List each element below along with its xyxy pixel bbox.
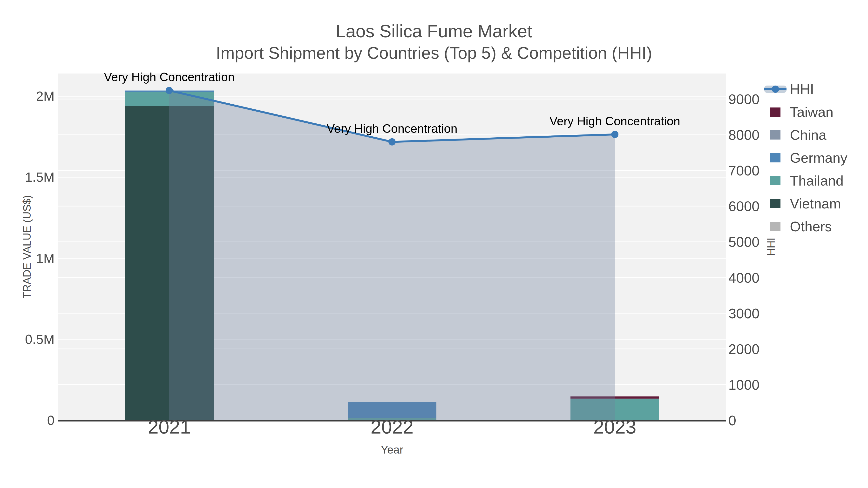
legend-label: Thailand xyxy=(790,172,843,189)
legend: HHITaiwanChinaGermanyThailandVietnamOthe… xyxy=(762,77,847,238)
hhi-point-2023[interactable] xyxy=(611,131,618,138)
y-right-tick-label: 1000 xyxy=(728,377,760,393)
y-left-tick-label: 0.5M xyxy=(0,332,55,347)
y-right-tick-label: 5000 xyxy=(728,234,760,250)
x-tick-label: 2022 xyxy=(371,416,413,438)
legend-label: Taiwan xyxy=(790,104,834,120)
annotation-label: Very High Concentration xyxy=(550,114,680,128)
y-right-tick-label: 7000 xyxy=(728,162,760,178)
taiwan-swatch-icon xyxy=(762,107,789,117)
annotation-label: Very High Concentration xyxy=(104,70,235,84)
others-swatch-icon xyxy=(762,222,789,231)
hhi-point-2022[interactable] xyxy=(389,138,396,145)
legend-label: Germany xyxy=(790,150,847,166)
legend-label: Vietnam xyxy=(790,195,841,212)
legend-label: China xyxy=(790,127,827,143)
y-axis-left-title: TRADE VALUE (US$) xyxy=(21,195,33,299)
china-swatch-icon xyxy=(762,130,789,139)
figure: Laos Silica Fume Market Import Shipment … xyxy=(0,0,868,488)
y-axis-right-title: HHI xyxy=(765,238,777,256)
x-axis-title: Year xyxy=(381,443,403,456)
y-right-tick-label: 2000 xyxy=(728,341,760,357)
x-tick-label: 2021 xyxy=(148,416,191,438)
thailand-swatch-icon xyxy=(762,176,789,185)
page-subtitle: Import Shipment by Countries (Top 5) & C… xyxy=(0,42,868,64)
chart-title-block: Laos Silica Fume Market Import Shipment … xyxy=(0,20,868,64)
legend-item-china[interactable]: China xyxy=(762,123,847,146)
y-left-tick-label: 1.5M xyxy=(0,169,55,185)
legend-item-hhi[interactable]: HHI xyxy=(762,77,847,100)
legend-item-vietnam[interactable]: Vietnam xyxy=(762,192,847,215)
legend-item-thailand[interactable]: Thailand xyxy=(762,169,847,192)
hhi-line-legend-icon xyxy=(762,86,789,93)
y-right-tick-label: 6000 xyxy=(728,198,760,214)
hhi-point-2021[interactable] xyxy=(166,87,173,94)
y-left-tick-label: 2M xyxy=(0,89,55,104)
legend-label: HHI xyxy=(790,81,814,97)
germany-swatch-icon xyxy=(762,153,789,162)
y-right-tick-label: 3000 xyxy=(728,305,760,321)
x-tick-label: 2023 xyxy=(593,416,636,438)
legend-label: Others xyxy=(790,218,832,234)
page-title: Laos Silica Fume Market xyxy=(0,20,868,42)
y-left-tick-label: 0 xyxy=(0,413,55,428)
legend-item-taiwan[interactable]: Taiwan xyxy=(762,100,847,123)
y-right-tick-label: 0 xyxy=(728,412,736,428)
annotation-label: Very High Concentration xyxy=(327,122,457,136)
y-right-tick-label: 4000 xyxy=(728,269,760,286)
vietnam-swatch-icon xyxy=(762,199,789,208)
legend-item-germany[interactable]: Germany xyxy=(762,146,847,169)
legend-item-others[interactable]: Others xyxy=(762,215,847,238)
y-right-tick-label: 9000 xyxy=(728,91,760,107)
y-right-tick-label: 8000 xyxy=(728,127,760,143)
